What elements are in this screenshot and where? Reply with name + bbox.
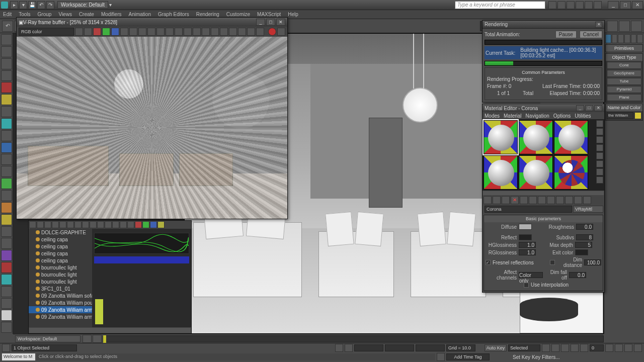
goto-start-icon[interactable] [542, 344, 550, 352]
menu-tools[interactable]: Tools [19, 12, 30, 17]
mat-make-unique-icon[interactable] [520, 196, 528, 204]
ex-tool2-icon[interactable] [82, 221, 89, 228]
mat-pick-icon[interactable] [583, 196, 591, 204]
help-icon[interactable] [548, 1, 556, 9]
spinner-snap-icon[interactable] [1, 154, 12, 165]
ex-tool8-icon[interactable] [127, 221, 134, 228]
basic-params-header[interactable]: Basic parameters [484, 215, 603, 222]
ex-display-icon[interactable] [29, 221, 36, 228]
vray-fur-icon[interactable] [1, 274, 12, 285]
tab-hierarchy[interactable] [618, 34, 624, 43]
material-slot-2[interactable] [519, 120, 553, 154]
create-cone-button[interactable]: Cone [607, 62, 641, 69]
nav-fov-icon[interactable] [624, 344, 632, 352]
fb-clamp-icon[interactable] [147, 28, 155, 36]
mat-options-icon[interactable] [596, 160, 603, 167]
mat-assign-icon[interactable] [502, 196, 510, 204]
ex-tool1-icon[interactable] [74, 221, 82, 228]
diffuse-swatch[interactable] [519, 224, 532, 230]
app-switch-icon[interactable] [576, 1, 584, 9]
hgloss-spinner[interactable]: 1.0 [519, 242, 536, 248]
window-minimize-button[interactable]: _ [608, 1, 619, 9]
tab-utilities[interactable] [637, 34, 643, 43]
menu-edit[interactable]: Edit [3, 12, 12, 17]
signin-icon[interactable] [557, 1, 566, 9]
mat-menu-modes[interactable]: Modes [485, 113, 500, 119]
snap-icon[interactable] [1, 118, 12, 129]
tree-node[interactable]: bourroullec light [29, 264, 92, 271]
mat-hscroll[interactable] [483, 191, 604, 195]
tab-create[interactable] [605, 34, 611, 43]
nav-pan-icon[interactable] [605, 344, 613, 352]
qat-save-icon[interactable]: 💾 [28, 1, 36, 9]
object-color-swatch[interactable] [634, 112, 641, 119]
ex-hscroll[interactable] [29, 328, 191, 333]
tree-node[interactable]: 09 Zanotta William arm [29, 313, 92, 320]
render-frame-icon[interactable] [607, 21, 618, 32]
select-icon[interactable] [1, 34, 12, 45]
maxdepth-spinner[interactable]: 5 [575, 242, 592, 248]
named-sel-icon[interactable] [1, 166, 12, 177]
mat-uv-icon[interactable] [596, 144, 603, 151]
ex-tool5-icon[interactable] [105, 221, 112, 228]
dimfall-spinner[interactable]: 0.0 [569, 272, 586, 278]
mat-show-map-icon[interactable] [538, 196, 546, 204]
nav-zoom-icon[interactable] [615, 344, 623, 352]
percent-snap-icon[interactable] [1, 142, 12, 153]
autokey-button[interactable]: Auto Key [485, 344, 507, 351]
ex-tool9-icon[interactable] [135, 221, 142, 228]
scale-icon[interactable] [1, 106, 12, 117]
tab-motion[interactable] [624, 34, 630, 43]
material-slot-5[interactable] [519, 155, 553, 190]
menu-modifiers[interactable]: Modifiers [101, 12, 122, 17]
window-close-button[interactable]: ✕ [632, 1, 643, 9]
name-color-header[interactable]: Name and Color [606, 104, 642, 111]
cancel-button[interactable]: Cancel [580, 31, 602, 38]
tree-node[interactable]: 3FC1_01_01 [29, 285, 92, 292]
fb-save-icon[interactable] [75, 28, 83, 36]
add-time-tag-button[interactable]: Add Time Tag [446, 353, 490, 360]
key-mode-icon[interactable] [335, 344, 343, 352]
qat-open-icon[interactable]: ▾ [19, 1, 27, 9]
workspace-selector[interactable]: Workspace: Default [15, 335, 80, 342]
tab-modify[interactable] [612, 34, 618, 43]
window-maximize-button[interactable]: □ [620, 1, 631, 9]
mat-sample-type-icon[interactable] [596, 120, 603, 127]
fb-curve-icon[interactable] [166, 28, 174, 36]
menu-animation[interactable]: Animation [128, 12, 150, 17]
ex-find-icon[interactable] [52, 221, 59, 228]
create-plane-button[interactable]: Plane [607, 94, 641, 101]
mat-menu-options[interactable]: Options [553, 113, 571, 119]
ex-freeze-icon[interactable] [44, 221, 51, 228]
material-slot-3[interactable] [554, 120, 588, 154]
fb-link-icon[interactable] [256, 28, 264, 36]
key-toggle-icon[interactable] [345, 344, 353, 352]
subdivs-spinner[interactable]: 8 [576, 234, 593, 240]
material-name-input[interactable] [485, 206, 572, 213]
prev-frame-icon[interactable] [551, 344, 559, 352]
ex-tool11-icon[interactable] [150, 221, 157, 228]
fb-blue-icon[interactable] [111, 28, 119, 36]
ex-tool10-icon[interactable] [142, 221, 149, 228]
mat-menu-material[interactable]: Material [504, 113, 522, 119]
timeline-config-icon[interactable] [83, 335, 92, 343]
select-manip-icon[interactable] [1, 70, 12, 81]
fb-green-icon[interactable] [102, 28, 110, 36]
timeline-filter-icon[interactable] [93, 335, 102, 343]
create-pyramid-button[interactable]: Pyramid [607, 86, 641, 93]
fb-track-icon[interactable] [247, 28, 255, 36]
dimdist-checkbox[interactable] [550, 260, 555, 265]
material-type-button[interactable]: VRayMtl [573, 206, 603, 213]
keymode-dropdown[interactable]: Selected [508, 344, 540, 351]
primitives-header[interactable]: Primitives [606, 45, 642, 52]
fb-bg-icon[interactable] [211, 28, 219, 36]
ex-lock-icon[interactable] [37, 221, 44, 228]
mat-put-library-icon[interactable] [529, 196, 537, 204]
qat-undo-icon[interactable]: ↶ [37, 1, 45, 9]
isolate-icon[interactable] [437, 353, 445, 361]
fb-stamp-icon[interactable] [220, 28, 228, 36]
mat-max-button[interactable]: □ [585, 105, 593, 111]
exitcolor-swatch[interactable] [575, 249, 588, 255]
move-icon[interactable] [1, 82, 12, 93]
mat-go-sibling-icon[interactable] [565, 196, 573, 204]
